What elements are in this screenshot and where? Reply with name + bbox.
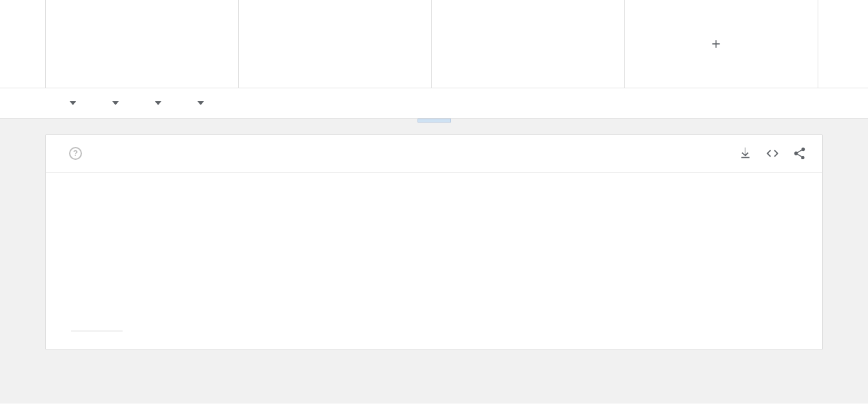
average-block xyxy=(61,192,132,334)
chart-area xyxy=(145,192,807,334)
color-dot-icon xyxy=(447,30,457,39)
chevron-down-icon xyxy=(155,101,161,105)
filters-row xyxy=(0,88,868,119)
chevron-down-icon xyxy=(70,101,76,105)
add-comparison-button[interactable]: + xyxy=(625,0,818,88)
share-icon[interactable] xyxy=(792,146,807,161)
search-terms-row: + xyxy=(0,0,868,88)
color-dot-icon xyxy=(254,30,264,39)
interest-over-time-card: ? xyxy=(45,134,823,350)
term-card-3[interactable] xyxy=(431,0,625,88)
term-card-2[interactable] xyxy=(238,0,432,88)
snip-badge xyxy=(418,119,451,122)
help-icon[interactable]: ? xyxy=(69,147,82,160)
chevron-down-icon xyxy=(112,101,119,105)
chevron-down-icon xyxy=(197,101,204,105)
card-body xyxy=(46,173,822,349)
plus-icon: + xyxy=(711,35,720,53)
time-filter[interactable] xyxy=(107,101,119,105)
content-area: ? xyxy=(0,119,868,404)
region-filter[interactable] xyxy=(65,101,76,105)
card-header: ? xyxy=(46,135,822,173)
embed-icon[interactable] xyxy=(765,146,780,161)
color-dot-icon xyxy=(61,30,71,39)
term-card-1[interactable] xyxy=(45,0,239,88)
line-chart xyxy=(145,192,807,334)
download-icon[interactable] xyxy=(738,146,752,161)
category-filter[interactable] xyxy=(150,101,161,105)
average-label xyxy=(71,331,123,334)
search-type-filter[interactable] xyxy=(192,101,204,105)
